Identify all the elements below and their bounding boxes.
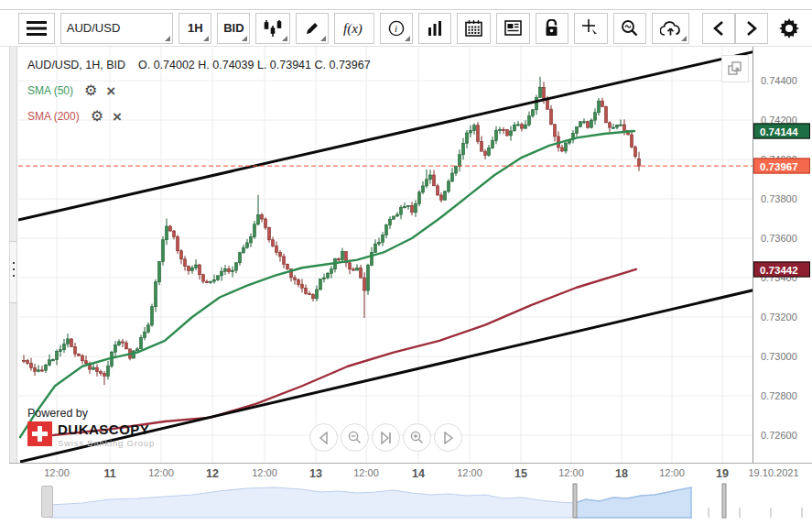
sma200-settings-gear-icon[interactable]: ⚙ (91, 109, 103, 124)
legend-ohlc-values: O. 0.74002 H. 0.74039 L. 0.73941 C. 0.73… (138, 59, 371, 71)
skip-to-end-icon (380, 432, 393, 444)
sma50-remove-icon[interactable]: × (106, 83, 115, 99)
navigator-scroll-handle[interactable] (41, 486, 53, 518)
sma50-label: SMA (50) (27, 84, 73, 97)
day-tick-label: 14 (412, 467, 425, 480)
price-axis[interactable]: 0.744000.742000.740000.738000.736000.734… (752, 47, 812, 463)
time-tick-label: 19.10.2021 (748, 467, 798, 478)
trading-chart-app: AUD/USD1HBIDf(x)i AUD/USD, 1H, BID O. 0.… (0, 0, 812, 525)
step-back-icon (318, 432, 330, 444)
step-back-button[interactable] (309, 423, 338, 452)
chart-legend: AUD/USD, 1H, BID O. 0.74002 H. 0.74039 L… (27, 55, 371, 132)
play-icon (442, 432, 455, 444)
open-in-window-button[interactable] (721, 55, 749, 82)
legend-instrument: AUD/USD, 1H, BID (27, 59, 125, 71)
time-axis[interactable]: 12:001112:001212:001312:001412:001512:00… (9, 463, 812, 483)
dukascopy-swiss-flag-logo (27, 421, 52, 446)
time-tick-label: 12:00 (252, 467, 277, 478)
day-tick-label: 18 (615, 467, 628, 480)
brand-subtitle: Swiss Banking Group (58, 438, 155, 448)
time-tick-label: 12:00 (558, 467, 584, 478)
day-tick-label: 15 (514, 467, 527, 480)
sma200-label: SMA (200) (27, 110, 80, 123)
expand-icon (727, 60, 743, 77)
zoom-out-icon (348, 431, 362, 444)
day-tick-label: 12 (206, 467, 219, 480)
sma200-remove-icon[interactable]: × (113, 109, 122, 125)
brand-name: DUKASCOPY (58, 421, 155, 437)
day-tick-label: 11 (103, 467, 115, 480)
time-tick-label: 12:00 (353, 467, 379, 478)
time-tick-label: 12:00 (148, 467, 174, 478)
price-tick-label: 0.73600 (761, 233, 797, 244)
price-tick-label: 0.72600 (761, 430, 797, 441)
day-tick-label: 13 (309, 467, 322, 480)
price-tick-label: 0.73800 (761, 193, 797, 204)
sma50-value-badge: 0.74144 (753, 124, 810, 139)
zoom-in-icon (410, 431, 424, 444)
powered-by-block: Powered by DUKASCOPY Swiss Banking Group (27, 407, 155, 448)
replay-navigation (309, 423, 465, 452)
time-tick-label: 12:00 (457, 467, 482, 478)
sma200-value-badge: 0.73442 (753, 261, 810, 277)
powered-by-text: Powered by (27, 407, 155, 420)
price-tick-label: 0.73000 (761, 351, 797, 362)
navigator-left-handle[interactable] (573, 484, 577, 518)
day-tick-label: 19 (716, 467, 729, 480)
zoom-in-button[interactable] (403, 423, 431, 452)
skip-to-end-button[interactable] (372, 423, 400, 452)
navigator-right-handle[interactable] (722, 484, 726, 518)
range-navigator[interactable] (0, 483, 812, 520)
zoom-out-button[interactable] (341, 423, 369, 452)
price-tick-label: 0.72800 (761, 390, 797, 401)
time-tick-label: 12:00 (44, 467, 70, 478)
time-tick-label: 12:00 (659, 467, 685, 478)
price-tick-label: 0.74400 (761, 75, 797, 86)
sma50-settings-gear-icon[interactable]: ⚙ (84, 83, 97, 98)
price-tick-label: 0.73200 (761, 312, 797, 323)
play-button[interactable] (434, 423, 462, 452)
last-price-badge: 0.73967 (753, 159, 810, 174)
